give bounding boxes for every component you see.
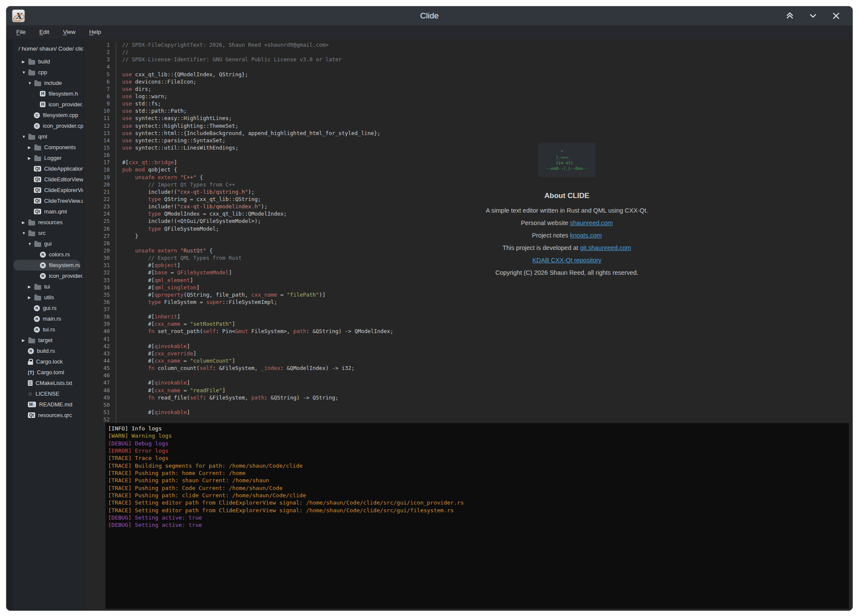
code-line[interactable]: 40 fn set_root_path(self: Pin<&mut FileS…: [84, 328, 852, 335]
tree-item-components[interactable]: ▶Components: [13, 142, 83, 153]
tree-item-colors-rs[interactable]: Rcolors.rs: [13, 249, 83, 260]
tree-item-filesystem-h[interactable]: Hfilesystem.h: [13, 88, 83, 99]
code-line[interactable]: 9use std::fs;: [84, 100, 852, 107]
rust-file-icon: R: [28, 348, 34, 354]
log-line-error: [ERROR] Error logs: [108, 447, 849, 454]
code-line[interactable]: 6use devicons::FileIcon;: [84, 78, 852, 85]
tree-item-logger[interactable]: ▶Logger: [13, 153, 83, 163]
code-line[interactable]: 41: [84, 335, 852, 343]
about-link[interactable]: knoats.com: [570, 232, 602, 239]
code-line[interactable]: 52: [84, 416, 852, 423]
tree-item-cargo-toml[interactable]: [T]Cargo.toml: [13, 367, 83, 378]
code-line-text: #[base = QFileSystemModel]: [116, 269, 232, 276]
line-number: 7: [84, 85, 116, 93]
code-line[interactable]: 8use log::warn;: [84, 93, 852, 100]
menu-view[interactable]: View: [59, 27, 79, 36]
tree-item-filesystem-cpp[interactable]: Cfilesystem.cpp: [13, 110, 83, 120]
tree-item-icon-provider-cpp[interactable]: Cicon_provider.cpp: [13, 120, 83, 131]
code-line[interactable]: 4: [84, 63, 852, 70]
log-line-trace: [TRACE] Setting editor path from ClideEx…: [108, 507, 849, 514]
code-line[interactable]: 49 fn read_file(self: &FileSystem, path:…: [84, 394, 852, 401]
tree-item-filesystem-rs[interactable]: Rfilesystem.rs: [13, 260, 81, 270]
tree-item-main-qml[interactable]: Qtmain.qml: [13, 206, 83, 217]
log-console[interactable]: [INFO] Info logs[WARN] Warning logs[DEBU…: [105, 423, 849, 609]
titlebar: X Clide: [6, 6, 852, 25]
code-line[interactable]: 37: [84, 306, 852, 313]
code-line[interactable]: 44 #[cxx_name = "columnCount"]: [84, 357, 852, 364]
code-line[interactable]: 36 type FileSystem = super::FileSystemIm…: [84, 298, 852, 306]
tree-item-clideapplicationview-qml[interactable]: QtClideApplicationView.qml: [13, 163, 83, 174]
code-line[interactable]: 50: [84, 401, 852, 409]
tree-item-cargo-lock[interactable]: Cargo.lock: [13, 356, 83, 367]
tree-root-path[interactable]: / home/ shaun/ Code/ clide/: [13, 39, 83, 56]
folder-icon: [34, 156, 41, 161]
code-line[interactable]: 38 #[inherit]: [84, 313, 852, 320]
code-line[interactable]: 43 #[cxx_override]: [84, 350, 852, 357]
tree-item-tui[interactable]: ▶tui: [13, 281, 83, 292]
code-line[interactable]: 47 #[qinvokable]: [84, 379, 852, 386]
tree-item-gui-rs[interactable]: Rgui.rs: [13, 303, 83, 313]
qt-file-icon: Qt: [28, 412, 35, 418]
code-line[interactable]: 34 #[qml_singleton]: [84, 284, 852, 291]
tree-item-label: main.qml: [44, 208, 67, 215]
about-link[interactable]: KDAB CXX-Qt repository: [532, 257, 601, 264]
qt-file-icon: Qt: [34, 209, 41, 214]
code-line[interactable]: 39 #[cxx_name = "setRootPath"]: [84, 320, 852, 328]
tree-item-build[interactable]: ▶build: [13, 56, 83, 67]
code-line[interactable]: 5use cxx_qt_lib::{QModelIndex, QString};: [84, 71, 852, 78]
tree-item-clideexplorerview-qml[interactable]: QtClideExplorerView.qml: [13, 185, 83, 195]
tree-item-icon-provider-rs[interactable]: Ricon_provider.rs: [13, 270, 83, 281]
tree-item-cmakelists-txt[interactable]: CMakeLists.txt: [13, 378, 83, 388]
code-line-text: #[cxx_qt::bridge]: [116, 159, 177, 166]
line-number: 14: [84, 137, 116, 144]
tree-item-qml[interactable]: ▼qml: [13, 131, 83, 142]
code-line[interactable]: 11use syntect::easy::HighlightLines;: [84, 114, 852, 122]
code-line[interactable]: 7use dirs;: [84, 85, 852, 93]
tree-item-icon-provider-h[interactable]: Hicon_provider.h: [13, 99, 83, 110]
tree-item-cpp[interactable]: ▼cpp: [13, 67, 83, 78]
tree-item-build-rs[interactable]: Rbuild.rs: [13, 346, 83, 356]
tree-item-main-rs[interactable]: Rmain.rs: [13, 313, 83, 324]
tree-item-target[interactable]: ▶target: [13, 335, 83, 346]
close-x-icon: [831, 11, 841, 21]
code-line[interactable]: 3// SPDX-License-Identifier: GNU General…: [84, 56, 852, 63]
line-number: 16: [84, 151, 116, 159]
tree-item-clidetreeview-qml[interactable]: QtClideTreeView.qml: [13, 195, 83, 206]
code-line[interactable]: 35 #[qproperty(QString, file_path, cxx_n…: [84, 291, 852, 298]
rust-file-icon: R: [34, 316, 40, 322]
line-number: 48: [84, 387, 116, 394]
file-tree-panel: / home/ shaun/ Code/ clide/ ▶build▼cpp▼i…: [13, 39, 83, 610]
code-line[interactable]: 42 #[qinvokable]: [84, 343, 852, 350]
shade-button[interactable]: [785, 11, 795, 21]
menu-edit[interactable]: Edit: [36, 27, 53, 36]
code-line[interactable]: 1// SPDX-FileCopyrightText: 2026, Shaun …: [84, 41, 852, 48]
code-line-text: fn set_root_path(self: Pin<&mut FileSyst…: [116, 328, 393, 335]
code-line[interactable]: 45 fn column_count(self: &FileSystem, _i…: [84, 364, 852, 372]
about-link[interactable]: git.shaunreed.com: [580, 244, 631, 251]
code-line[interactable]: 12use syntect::highlighting::ThemeSet;: [84, 122, 852, 129]
log-line-debug: [DEBUG] Setting active: true: [108, 521, 849, 529]
code-line[interactable]: 46: [84, 372, 852, 379]
tree-item-resources[interactable]: ▶resources: [13, 217, 83, 228]
tree-item-license[interactable]: ☆LICENSE: [13, 388, 83, 399]
tree-item-utils[interactable]: ▶utils: [13, 292, 83, 303]
menu-file[interactable]: File: [12, 27, 30, 36]
tree-item-include[interactable]: ▼include: [13, 78, 83, 88]
tree-item-resources-qrc[interactable]: Qtresources.qrc: [13, 410, 83, 421]
line-number: 47: [84, 379, 116, 386]
menu-help[interactable]: Help: [85, 27, 105, 36]
code-line[interactable]: 48 #[cxx_name = "readFile"]: [84, 387, 852, 394]
close-button[interactable]: [831, 11, 841, 21]
roll-down-button[interactable]: [808, 11, 818, 21]
tree-item-gui[interactable]: ▼gui: [13, 238, 83, 249]
about-link[interactable]: shaunreed.com: [570, 219, 613, 226]
tree-item-readme-md[interactable]: M↓README.md: [13, 399, 83, 410]
tree-item-tui-rs[interactable]: Rtui.rs: [13, 324, 83, 335]
code-line[interactable]: 2//: [84, 48, 852, 56]
code-line[interactable]: 51 #[qinvokable]: [84, 409, 852, 416]
code-line-text: #[qinvokable]: [116, 409, 190, 416]
code-line[interactable]: 10use std::path::Path;: [84, 107, 852, 114]
tree-item-clideeditorview-qml[interactable]: QtClideEditorView.qml: [13, 174, 83, 185]
tree-item-src[interactable]: ▼src: [13, 228, 83, 238]
code-line[interactable]: 13use syntect::html::{IncludeBackground,…: [84, 129, 852, 137]
